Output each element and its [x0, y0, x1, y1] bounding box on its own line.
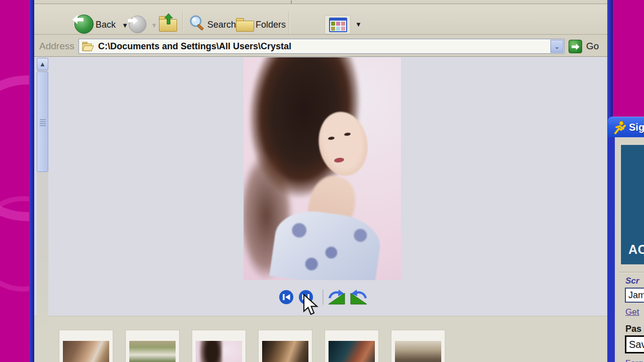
filmstrip-thumbnail[interactable]: [59, 330, 113, 362]
aim-screen-name-label: Scr: [625, 276, 639, 286]
search-icon: [188, 14, 206, 34]
scroll-up-button[interactable]: ▲: [37, 58, 48, 70]
mouse-cursor: [303, 294, 320, 318]
filmstrip-thumbnail[interactable]: [325, 330, 379, 362]
thumbnail-photo: [329, 341, 375, 362]
forward-button[interactable]: [129, 16, 146, 33]
aim-password-input[interactable]: Sav: [625, 335, 644, 353]
go-button-label[interactable]: Go: [586, 41, 599, 52]
filmstrip-thumbnail[interactable]: [125, 330, 180, 362]
toolbar-separator: [289, 12, 290, 34]
content-area: ▲: [34, 57, 607, 362]
thumbnail-photo: [395, 341, 441, 362]
go-button[interactable]: [569, 40, 582, 53]
address-bar: Address C:\Documents and Settings\All Us…: [34, 35, 607, 57]
folders-icon: [236, 17, 254, 32]
aim-get-screen-name-link[interactable]: Get: [625, 307, 639, 317]
aim-forgot-password-link[interactable]: Forg: [625, 358, 643, 362]
menu-bar-edge: [34, 0, 607, 4]
aim-running-man-icon: [613, 121, 627, 136]
folders-button[interactable]: Folders: [256, 20, 286, 30]
menu-separator: [291, 1, 292, 4]
back-button-label[interactable]: Back: [96, 20, 116, 30]
controls-separator: [323, 290, 324, 305]
aim-titlebar[interactable]: Sig: [608, 117, 644, 137]
search-button[interactable]: Search: [207, 20, 236, 30]
filmstrip-thumbnail[interactable]: [192, 330, 246, 362]
screen: Back ▼ ▼ Search: [0, 0, 644, 362]
explorer-window-border: [29, 0, 34, 362]
content-scrollbar[interactable]: ▲: [37, 58, 48, 325]
scrollbar-thumb[interactable]: [37, 71, 48, 172]
rotate-clockwise-icon: [328, 289, 346, 305]
chevron-up-icon: ▲: [39, 60, 46, 68]
toolbar-separator: [183, 12, 184, 34]
skip-previous-icon: [279, 290, 294, 305]
address-input[interactable]: C:\Documents and Settings\All Users\Crys…: [78, 39, 565, 54]
rotate-counterclockwise-icon: [350, 289, 368, 305]
forward-dropdown-arrow-icon: ▼: [151, 22, 157, 29]
address-path-text: C:\Documents and Settings\All Users\Crys…: [98, 41, 291, 52]
back-button[interactable]: [74, 15, 94, 34]
folders-icon-body: [236, 21, 254, 32]
filmstrip-thumbnail[interactable]: [391, 330, 445, 362]
aim-window-title: Sig: [629, 122, 644, 133]
aim-password-label: Pas: [625, 324, 641, 334]
main-photo-preview: [244, 57, 401, 280]
aim-brand-text: AO: [628, 242, 644, 257]
green-up-arrow-icon: [164, 14, 173, 25]
rotate-clockwise-button[interactable]: [328, 289, 346, 307]
thumbnail-photo: [129, 341, 176, 362]
cursor-arrow-icon: [303, 294, 320, 316]
aim-divider: [619, 272, 644, 273]
views-thumbnails-icon: [329, 18, 347, 32]
aim-brand-panel: AO: [621, 145, 644, 264]
previous-image-button[interactable]: [279, 290, 294, 307]
rotate-counterclockwise-button[interactable]: [350, 289, 368, 307]
thumbnail-photo: [63, 341, 109, 362]
address-dropdown-button[interactable]: ⌄: [550, 40, 564, 53]
filmstrip-band: [34, 316, 607, 362]
address-label: Address: [39, 41, 74, 52]
go-arrow-icon: [571, 43, 580, 50]
aim-screen-name-input[interactable]: Jam: [625, 288, 644, 303]
views-button[interactable]: [325, 15, 351, 34]
toolbar: Back ▼ ▼ Search: [34, 5, 607, 35]
open-folder-icon: [82, 42, 94, 51]
thumbnail-photo: [196, 341, 242, 362]
scrollbar-grip: [40, 119, 46, 127]
views-dropdown-arrow-icon[interactable]: ▼: [355, 21, 362, 28]
thumbnail-photo: [262, 341, 308, 362]
up-folder-button[interactable]: [159, 15, 177, 32]
filmstrip-thumbnail[interactable]: [258, 330, 312, 362]
aim-window: Sig AO Scr Jam Get Pas Sav Forg: [608, 117, 644, 362]
aim-window-body: AO Scr Jam Get Pas Sav Forg: [608, 137, 644, 362]
